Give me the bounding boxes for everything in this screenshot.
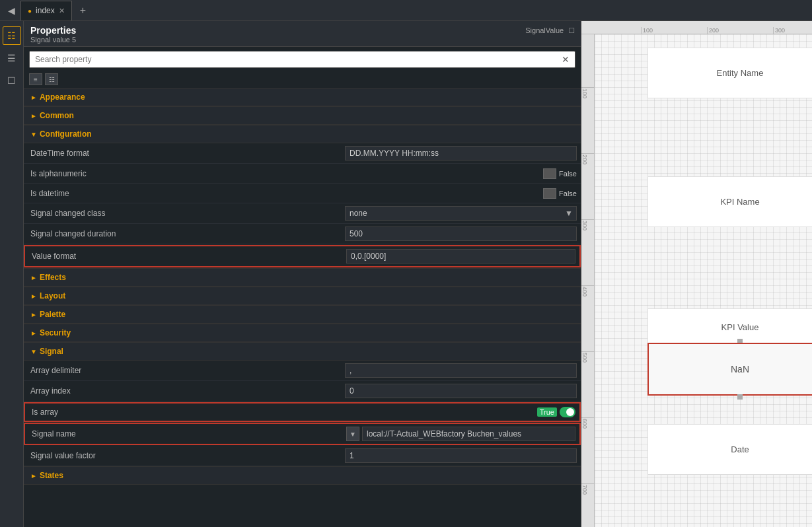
common-arrow-icon: ► (30, 112, 37, 120)
section-effects[interactable]: ► Effects (24, 268, 581, 287)
sidebar-properties-button[interactable]: ☷ (3, 26, 21, 45)
section-configuration[interactable]: ▼ Configuration (24, 125, 581, 143)
properties-panel: Properties Signal value 5 SignalValue □ … (24, 21, 581, 527)
section-common[interactable]: ► Common (24, 106, 581, 125)
is-array-switch[interactable] (560, 407, 575, 417)
signal-value-factor-input[interactable] (345, 448, 577, 463)
prop-row-signal-changed-class: Signal changed class none ▼ (24, 203, 581, 224)
widget-entity-name[interactable]: Entity Name (647, 48, 812, 98)
datetime-toggle-box (543, 188, 556, 199)
widget-nan[interactable]: NaN (647, 341, 812, 397)
prop-label-value-format: Value format (25, 248, 342, 265)
prop-row-array-delimiter: Array delimiter (24, 361, 581, 381)
ruler-tick-v-700: 700 (581, 483, 595, 495)
is-array-toggle[interactable]: True (537, 407, 575, 417)
datetime-toggle[interactable]: False (543, 188, 577, 199)
ruler-tick-100: 100 (641, 27, 653, 34)
signal-changed-class-select[interactable]: none (345, 206, 577, 221)
widget-date[interactable]: Date (647, 424, 812, 475)
prop-label-signal-value-factor: Signal value factor (24, 447, 341, 464)
section-palette-label: Palette (40, 310, 65, 319)
left-sidebar: ☷ ☰ ☐ (0, 21, 24, 527)
prop-value-is-alphanumeric: False (341, 166, 581, 182)
signal-name-row: ▼ (346, 427, 575, 441)
panel-title: Properties (30, 25, 76, 36)
section-security[interactable]: ► Security (24, 324, 581, 342)
prop-row-datetime-format: DateTime format (24, 143, 581, 164)
view-list-button[interactable]: ≡ (29, 73, 42, 85)
widget-entity-name-label: Entity Name (717, 68, 764, 78)
panel-header-right: SignalValue □ (525, 25, 574, 35)
search-clear-button[interactable]: ✕ (556, 52, 575, 67)
tab-label: index (36, 6, 55, 15)
alphanumeric-toggle[interactable]: False (543, 168, 577, 179)
prop-label-signal-changed-class: Signal changed class (24, 205, 341, 222)
section-layout[interactable]: ► Layout (24, 287, 581, 305)
panel-header-left: Properties Signal value 5 (30, 25, 76, 44)
search-bar: ✕ (29, 51, 575, 68)
ruler-left: 100 200 300 400 500 600 700 (581, 34, 595, 527)
array-index-input[interactable] (345, 384, 577, 398)
ruler-tick-v-500: 500 (581, 351, 595, 363)
prop-value-is-array: True (342, 404, 579, 420)
sidebar-components-button[interactable]: ☐ (3, 71, 21, 90)
section-appearance-label: Appearance (40, 92, 85, 102)
nan-box: NaN (647, 343, 812, 396)
ruler-tick-v-200: 200 (581, 153, 595, 164)
signal-name-input[interactable] (362, 427, 575, 441)
prop-label-is-alphanumeric: Is alphanumeric (24, 165, 341, 182)
ruler-tick-v-600: 600 (581, 417, 595, 429)
prop-label-signal-changed-duration: Signal changed duration (24, 225, 341, 242)
widget-kpi-value-label: KPI Value (721, 322, 759, 332)
prop-row-is-datetime: Is datetime False (24, 184, 581, 203)
array-delimiter-input[interactable] (345, 363, 577, 378)
tab-bar: ◀ ● index ✕ + (0, 1, 96, 20)
alphanumeric-toggle-label: False (559, 170, 577, 178)
value-format-input[interactable] (346, 249, 575, 264)
signal-changed-duration-input[interactable] (345, 227, 577, 241)
prop-label-array-index: Array index (24, 382, 341, 400)
section-appearance[interactable]: ► Appearance (24, 88, 581, 106)
prop-value-value-format (342, 246, 579, 266)
layout-arrow-icon: ► (30, 293, 37, 300)
states-arrow-icon: ► (30, 472, 37, 479)
canvas-area: 100 200 300 100 200 300 400 500 600 700 … (581, 21, 812, 527)
panel-expand-icon[interactable]: □ (569, 25, 574, 35)
sidebar-layers-button[interactable]: ☰ (3, 49, 21, 67)
widget-kpi-name[interactable]: KPI Name (647, 176, 812, 227)
section-signal[interactable]: ▼ Signal (24, 342, 581, 361)
view-toggle: ≡ ☷ (24, 72, 581, 88)
prop-label-signal-name: Signal name (25, 425, 342, 442)
appearance-arrow-icon: ► (30, 94, 37, 101)
canvas-content: Entity Name KPI Name KPI Value NaN (595, 34, 812, 527)
prop-value-signal-changed-class: none ▼ (341, 203, 581, 223)
datetime-format-input[interactable] (345, 146, 577, 160)
ruler-tick-v-100: 100 (581, 87, 595, 98)
handle-bottom (737, 394, 743, 400)
view-grid-button[interactable]: ☷ (45, 73, 58, 85)
widget-kpi-name-label: KPI Name (720, 197, 759, 207)
security-arrow-icon: ► (30, 330, 37, 337)
section-states[interactable]: ► States (24, 466, 581, 485)
nav-back-button[interactable]: ◀ (5, 4, 18, 17)
index-tab[interactable]: ● index ✕ (20, 1, 72, 20)
search-input[interactable] (30, 52, 556, 67)
panel-subtitle: Signal value 5 (30, 36, 76, 44)
signal-changed-class-wrapper: none ▼ (345, 206, 577, 221)
main-layout: ☷ ☰ ☐ Properties Signal value 5 SignalVa… (0, 21, 812, 527)
prop-value-signal-value-factor (341, 446, 581, 466)
ruler-tick-200: 200 (707, 27, 719, 34)
section-configuration-label: Configuration (40, 129, 92, 139)
widget-kpi-value[interactable]: KPI Value (647, 308, 812, 346)
prop-row-signal-value-factor: Signal value factor (24, 446, 581, 466)
prop-row-signal-changed-duration: Signal changed duration (24, 224, 581, 244)
signal-name-browse-button[interactable]: ▼ (346, 427, 359, 441)
ruler-tick-300: 300 (773, 27, 785, 34)
nan-label: NaN (731, 364, 749, 374)
is-array-switch-knob (566, 408, 574, 416)
ruler-top: 100 200 300 (581, 21, 812, 34)
tab-close-button[interactable]: ✕ (59, 7, 65, 15)
top-bar: ◀ ● index ✕ + (0, 0, 812, 21)
section-palette[interactable]: ► Palette (24, 305, 581, 324)
tab-add-button[interactable]: + (75, 2, 91, 19)
